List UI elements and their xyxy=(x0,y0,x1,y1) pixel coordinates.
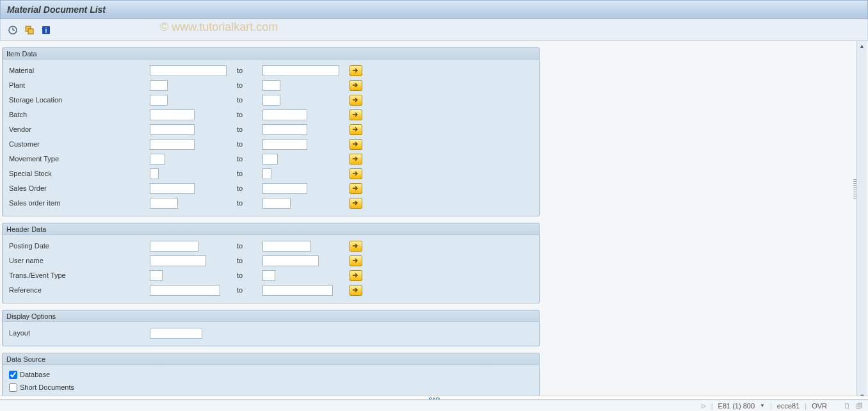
multiple-selection-button[interactable] xyxy=(350,80,362,91)
from-input[interactable] xyxy=(150,95,168,106)
to-input[interactable] xyxy=(262,80,280,91)
multiple-selection-button[interactable] xyxy=(350,139,362,150)
to-input[interactable] xyxy=(262,65,339,76)
field-row: Movement Typeto xyxy=(9,152,533,166)
field-row: Plantto xyxy=(9,78,533,92)
execute-icon[interactable] xyxy=(7,24,19,36)
from-input[interactable] xyxy=(150,241,198,252)
multiple-selection-button[interactable] xyxy=(350,270,362,281)
multiple-selection-button[interactable] xyxy=(350,168,362,179)
to-input[interactable] xyxy=(262,124,307,135)
to-label: to xyxy=(237,286,262,294)
field-row: User nameto xyxy=(9,254,533,268)
status-tool2-icon[interactable]: 🗐 xyxy=(856,402,863,410)
to-input[interactable] xyxy=(262,270,275,281)
layout-input[interactable] xyxy=(150,328,202,339)
field-row: Layout xyxy=(9,326,533,340)
field-label: Material xyxy=(9,67,150,74)
field-row: Referenceto xyxy=(9,283,533,297)
from-input[interactable] xyxy=(150,80,168,91)
multiple-selection-button[interactable] xyxy=(350,241,362,252)
field-label: Sales Order xyxy=(9,184,150,192)
status-nav-icon[interactable]: ▷ xyxy=(702,403,706,409)
status-tool1-icon[interactable]: 🗋 xyxy=(844,402,851,410)
item-data-group: Item DataMaterialtoPlanttoStorage Locati… xyxy=(2,47,540,216)
vertical-scrollbar[interactable]: ▲ ▼ xyxy=(856,41,867,402)
from-input[interactable] xyxy=(150,124,195,135)
multiple-selection-button[interactable] xyxy=(350,65,362,76)
multiple-selection-button[interactable] xyxy=(350,154,362,165)
from-input[interactable] xyxy=(150,183,195,194)
info-icon[interactable]: i xyxy=(40,24,52,36)
field-label: Movement Type xyxy=(9,155,150,163)
from-input[interactable] xyxy=(150,285,220,296)
status-session: E81 (1) 800 xyxy=(718,402,755,410)
to-input[interactable] xyxy=(262,168,271,179)
variant-icon[interactable] xyxy=(24,24,35,36)
field-label: Customer xyxy=(9,140,150,148)
field-row: Trans./Event Typeto xyxy=(9,268,533,282)
to-input[interactable] xyxy=(262,255,319,266)
to-input[interactable] xyxy=(262,241,311,252)
item-data-group-title: Item Data xyxy=(3,48,539,60)
field-label: User name xyxy=(9,257,150,264)
checkbox[interactable] xyxy=(9,383,17,392)
to-input[interactable] xyxy=(262,183,307,194)
to-label: to xyxy=(237,125,262,133)
to-label: to xyxy=(237,170,262,177)
toolbar: i xyxy=(0,19,868,41)
checkbox-label: Short Documents xyxy=(20,383,74,391)
scroll-up-icon[interactable]: ▲ xyxy=(858,42,867,51)
from-input[interactable] xyxy=(150,154,165,165)
statusbar: ▷ | E81 (1) 800 ▼ | ecce81 | OVR 🗋 🗐 xyxy=(0,399,868,411)
to-input[interactable] xyxy=(262,95,280,106)
multiple-selection-button[interactable] xyxy=(350,198,362,209)
to-input[interactable] xyxy=(262,109,307,120)
field-row: Materialto xyxy=(9,63,533,77)
multiple-selection-button[interactable] xyxy=(350,124,362,135)
field-row: Special Stockto xyxy=(9,166,533,181)
from-input[interactable] xyxy=(150,198,178,209)
from-input[interactable] xyxy=(150,65,227,76)
multiple-selection-button[interactable] xyxy=(350,183,362,194)
splitter-handle[interactable] xyxy=(853,179,856,200)
to-label: to xyxy=(237,242,262,250)
header-data-group: Header DataPosting DatetoUser nametoTran… xyxy=(2,223,540,303)
dropdown-icon[interactable]: ▼ xyxy=(760,403,765,408)
multiple-selection-button[interactable] xyxy=(350,255,362,266)
svg-text:i: i xyxy=(45,27,47,34)
field-label: Layout xyxy=(9,329,150,337)
to-input[interactable] xyxy=(262,285,333,296)
field-row: Vendorto xyxy=(9,122,533,136)
from-input[interactable] xyxy=(150,255,206,266)
to-label: to xyxy=(237,96,262,104)
field-row: Posting Dateto xyxy=(9,239,533,253)
to-input[interactable] xyxy=(262,154,278,165)
to-input[interactable] xyxy=(262,139,307,150)
multiple-selection-button[interactable] xyxy=(350,285,362,296)
field-row: Sales order itemto xyxy=(9,196,533,210)
checkbox[interactable] xyxy=(9,371,17,379)
field-label: Reference xyxy=(9,286,150,294)
from-input[interactable] xyxy=(150,109,195,120)
to-input[interactable] xyxy=(262,198,291,209)
field-label: Batch xyxy=(9,111,150,118)
field-label: Posting Date xyxy=(9,242,150,250)
from-input[interactable] xyxy=(150,168,159,179)
multiple-selection-button[interactable] xyxy=(350,109,362,120)
field-label: Plant xyxy=(9,81,150,89)
to-label: to xyxy=(237,257,262,264)
to-label: to xyxy=(237,199,262,207)
checkbox-row: Database xyxy=(9,368,533,381)
from-input[interactable] xyxy=(150,270,163,281)
display-options-group: Display OptionsLayout xyxy=(2,310,540,346)
field-row: Sales Orderto xyxy=(9,181,533,195)
data-source-group: Data SourceDatabaseShort DocumentsReread… xyxy=(2,353,540,402)
to-label: to xyxy=(237,111,262,118)
multiple-selection-button[interactable] xyxy=(350,95,362,106)
to-label: to xyxy=(237,81,262,89)
status-mode: OVR xyxy=(812,402,827,410)
field-label: Vendor xyxy=(9,125,150,133)
field-row: Storage Locationto xyxy=(9,93,533,107)
from-input[interactable] xyxy=(150,139,195,150)
